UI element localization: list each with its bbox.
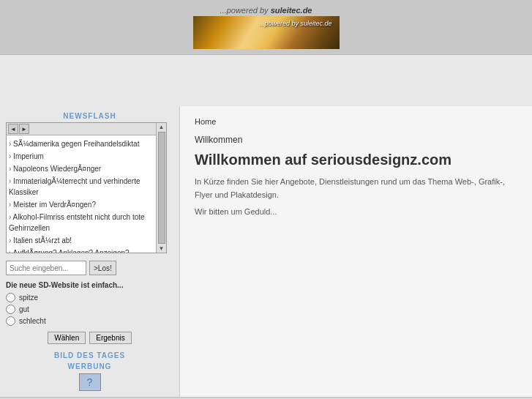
left-sidebar: NEWSFLASH ◄ ►	[0, 106, 179, 397]
poll-option: gut	[6, 305, 173, 314]
willkommen-small: Willkommen	[195, 135, 517, 145]
poll-radio-1[interactable]	[6, 305, 15, 314]
newsflash-prev-btn[interactable]: ◄	[8, 124, 18, 134]
header-text: ...powered by suleitec.de	[0, 4, 532, 16]
result-button[interactable]: Ergebnis	[89, 332, 131, 344]
newsflash-item[interactable]: Napoleons WiedergÃ¤nger	[9, 163, 154, 175]
poll-option-label: spitze	[19, 294, 38, 302]
werbung-placeholder: ?	[79, 373, 101, 391]
newsflash-item[interactable]: AufklÃ¤rung? Anklagen? Anzeigen? Fehlanz…	[9, 247, 154, 253]
vote-button[interactable]: Wählen	[48, 332, 86, 344]
body-text-1: In Kürze finden Sie hier Angebote, Diens…	[195, 176, 517, 201]
site-link[interactable]: suleitec.de	[271, 6, 312, 15]
bild-label: BILD DES TAGES	[6, 351, 173, 359]
newsflash-label: NEWSFLASH	[6, 112, 173, 120]
newsflash-toolbar-left: ◄ ►	[8, 124, 154, 134]
search-section: >Los!	[6, 261, 173, 275]
poll-section: Die neue SD-Website ist einfach... spitz…	[6, 281, 173, 344]
header-spacer	[0, 55, 532, 106]
search-input[interactable]	[6, 261, 86, 275]
newsflash-list: SÃ¼damerika gegen FreihandelsdiktatImper…	[9, 138, 154, 253]
newsflash-item[interactable]: SÃ¼damerika gegen Freihandelsdiktat	[9, 138, 154, 150]
werbung-icon: ?	[87, 376, 93, 388]
poll-option: schlecht	[6, 316, 173, 326]
poll-title: Die neue SD-Website ist einfach...	[6, 281, 173, 289]
willkommen-body: In Kürze finden Sie hier Angebote, Diens…	[195, 176, 517, 219]
newsflash-scroll-box[interactable]: SÃ¼damerika gegen FreihandelsdiktatImper…	[7, 135, 156, 253]
willkommen-title: Willkommen auf seriousdesignz.com	[195, 151, 517, 168]
newsflash-item[interactable]: Imperium	[9, 150, 154, 163]
poll-option-label: gut	[19, 305, 29, 313]
search-button[interactable]: >Los!	[89, 261, 116, 275]
bild-section: BILD DES TAGES WERBUNG ?	[6, 351, 173, 391]
header-banner: ...powered by suleitec.de	[193, 16, 340, 49]
newsflash-next-btn[interactable]: ►	[19, 124, 29, 134]
newsflash-item[interactable]: Meister im VerdrÃ¤ngen?	[9, 198, 154, 211]
poll-radio-0[interactable]	[6, 293, 15, 302]
newsflash-toolbar: ◄ ►	[7, 123, 156, 135]
poll-radio-2[interactable]	[6, 316, 15, 326]
poll-option: spitze	[6, 293, 173, 302]
poll-options: spitze gut schlecht	[6, 293, 173, 326]
powered-text: ...powered by	[220, 6, 269, 15]
newsflash-box: ◄ ► SÃ¼damerika gegen FreihandelsdiktatI…	[6, 122, 167, 253]
right-content: Home Willkommen Willkommen auf seriousde…	[179, 106, 532, 397]
newsflash-item[interactable]: Alkohol-Filmriss entsteht nicht durch to…	[9, 211, 154, 234]
nav-home[interactable]: Home	[195, 117, 517, 126]
newsflash-item[interactable]: Italien stÃ¼rzt ab!	[9, 234, 154, 247]
poll-option-label: schlecht	[19, 317, 46, 325]
newsflash-item[interactable]: ImmaterialgÃ¼terrecht und verhinderte Kl…	[9, 175, 154, 198]
werbung-label: WERBUNG	[6, 362, 173, 370]
poll-buttons: Wählen Ergebnis	[6, 332, 173, 344]
newsflash-scrollbar[interactable]: ▲ ▼	[156, 123, 166, 253]
page-wrapper: ...powered by suleitec.de ...powered by …	[0, 0, 532, 399]
header: ...powered by suleitec.de ...powered by …	[0, 0, 532, 55]
body-text-2: Wir bitten um Geduld...	[195, 206, 517, 219]
main-layout: NEWSFLASH ◄ ►	[0, 106, 532, 397]
